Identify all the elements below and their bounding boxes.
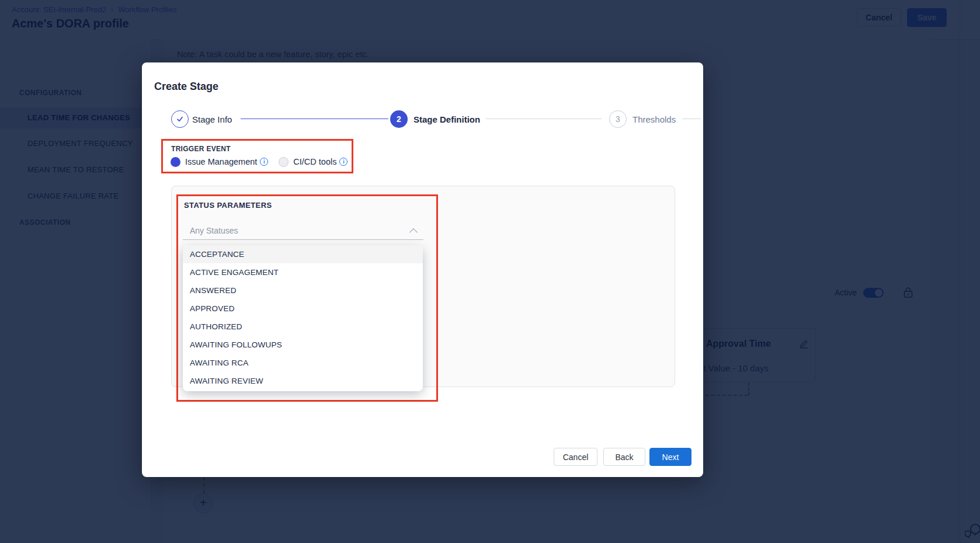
step-2-circle[interactable]: 2: [390, 110, 408, 128]
info-icon-cicd-tools[interactable]: i: [339, 158, 347, 166]
dropdown-option-awaiting-followups[interactable]: AWAITING FOLLOWUPS: [183, 336, 423, 354]
modal-back-button[interactable]: Back: [603, 448, 645, 466]
statuses-dropdown-value: Any Statuses: [190, 226, 238, 235]
radio-issue-management[interactable]: [171, 157, 180, 167]
radio-cicd-tools-label[interactable]: CI/CD tools: [293, 157, 336, 166]
status-parameters-label: STATUS PARAMETERS: [184, 201, 272, 210]
dropdown-option-approved[interactable]: APPROVED: [183, 300, 423, 318]
step-3-circle[interactable]: 3: [609, 110, 627, 128]
dropdown-option-authorized[interactable]: AUTHORIZED: [183, 318, 423, 336]
stepper-connector-pending: [486, 119, 602, 119]
step-3-label: Thresholds: [633, 114, 676, 124]
trigger-event-label: TRIGGER EVENT: [171, 145, 231, 153]
step-1-circle[interactable]: [171, 110, 189, 128]
stepper-connector-done: [241, 119, 388, 119]
statuses-dropdown[interactable]: Any Statuses: [183, 222, 423, 240]
dropdown-option-answered[interactable]: ANSWERED: [183, 281, 423, 300]
dropdown-option-active-engagement[interactable]: ACTIVE ENGAGEMENT: [183, 263, 423, 281]
modal-cancel-button[interactable]: Cancel: [554, 448, 597, 466]
step-2-label: Stage Definition: [413, 114, 480, 124]
radio-issue-management-label[interactable]: Issue Management: [185, 157, 257, 166]
step-1-label: Stage Info: [192, 114, 232, 124]
create-stage-modal: Create Stage Stage Info 2 Stage Definiti…: [142, 62, 703, 477]
statuses-dropdown-list: ACCEPTANCE ACTIVE ENGAGEMENT ANSWERED AP…: [183, 245, 423, 391]
modal-next-button[interactable]: Next: [649, 448, 691, 466]
info-icon-issue-management[interactable]: i: [260, 158, 268, 166]
dropdown-option-awaiting-review[interactable]: AWAITING REVIEW: [183, 372, 423, 390]
screen: Account: SEI-Internal-Prod2 › Workflow P…: [0, 0, 980, 543]
chevron-up-icon[interactable]: [409, 228, 418, 236]
check-icon: [176, 115, 184, 123]
modal-title: Create Stage: [154, 81, 218, 93]
dropdown-option-awaiting-rca[interactable]: AWAITING RCA: [183, 354, 423, 372]
stepper-connector-tail: [682, 119, 701, 119]
dropdown-option-acceptance[interactable]: ACCEPTANCE: [183, 245, 423, 263]
radio-cicd-tools[interactable]: [279, 157, 289, 167]
trigger-event-options: Issue Management i CI/CD tools i: [171, 156, 347, 167]
